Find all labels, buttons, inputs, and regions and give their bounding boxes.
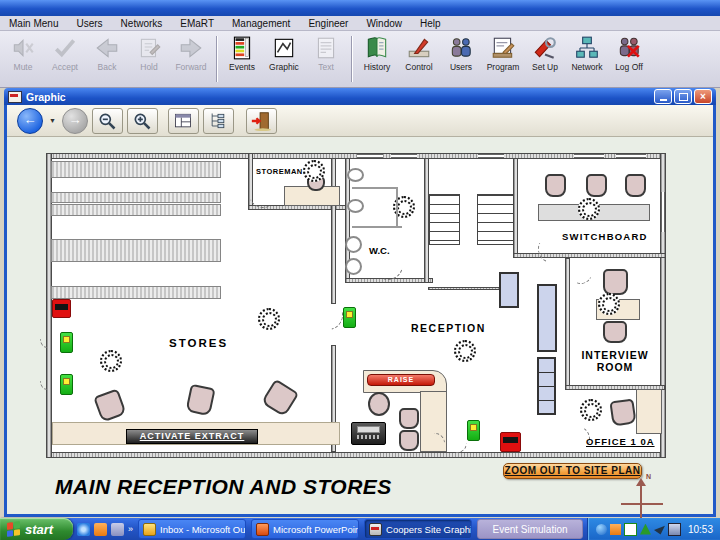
activate-extract-fans-button[interactable]: ACTIVATE EXTRACT FANS bbox=[126, 429, 258, 444]
tray-icon[interactable] bbox=[668, 523, 681, 536]
task-button-coopers[interactable]: Coopers Site Graphic... bbox=[364, 519, 472, 539]
panes-view-button[interactable] bbox=[168, 108, 199, 134]
app-title-bar: Coopers Site Graphics v1.6.200 Beta 7 bbox=[0, 0, 720, 16]
smoke-detector[interactable] bbox=[258, 308, 280, 330]
graphic-button[interactable]: Graphic bbox=[263, 35, 305, 72]
zoom-out-tool-button[interactable] bbox=[92, 108, 123, 134]
task-button-powerpoint[interactable]: Microsoft PowerPoint ... bbox=[251, 519, 359, 539]
menu-emart[interactable]: EMaRT bbox=[171, 16, 223, 31]
waiting-bench bbox=[537, 357, 556, 415]
raise-barrier-button[interactable]: RAISE BARRIER bbox=[367, 374, 435, 386]
restore-button[interactable] bbox=[674, 89, 692, 104]
door-release-device[interactable] bbox=[60, 374, 73, 395]
menu-window[interactable]: Window bbox=[357, 16, 411, 31]
history-button[interactable]: History bbox=[356, 35, 398, 72]
tray-icon[interactable] bbox=[640, 524, 651, 535]
close-button[interactable]: × bbox=[694, 89, 712, 104]
tree-view-button[interactable] bbox=[203, 108, 234, 134]
start-button[interactable]: start bbox=[0, 518, 73, 540]
text-button[interactable]: Text bbox=[305, 35, 347, 72]
smoke-detector[interactable] bbox=[454, 340, 476, 362]
menu-management[interactable]: Management bbox=[223, 16, 299, 31]
minimize-button[interactable] bbox=[654, 89, 672, 104]
toolbar-separator bbox=[351, 36, 352, 82]
control-pen-icon bbox=[406, 35, 432, 61]
network-button[interactable]: Network bbox=[566, 35, 608, 72]
tray-icon[interactable] bbox=[610, 524, 621, 535]
zoom-in-tool-button[interactable] bbox=[127, 108, 158, 134]
wc-partition bbox=[352, 187, 398, 189]
back-button[interactable]: Back bbox=[86, 35, 128, 72]
main-toolbar: Mute Accept Back Hold Forward Events Gra… bbox=[0, 31, 720, 88]
task-button-inbox[interactable]: Inbox - Microsoft Out... bbox=[138, 519, 246, 539]
smoke-detector[interactable] bbox=[580, 399, 602, 421]
events-button[interactable]: Events bbox=[221, 35, 263, 72]
users-button[interactable]: Users bbox=[440, 35, 482, 72]
nav-forward-button[interactable]: → bbox=[62, 108, 88, 134]
powerpoint-icon bbox=[256, 523, 269, 536]
door-release-device[interactable] bbox=[467, 420, 480, 441]
history-book-icon bbox=[364, 35, 390, 61]
tray-icon[interactable] bbox=[654, 524, 665, 535]
back-arrow-icon bbox=[94, 35, 120, 61]
control-button[interactable]: Control bbox=[398, 35, 440, 72]
room-label-storeman: STOREMAN bbox=[256, 167, 303, 176]
wall bbox=[513, 253, 666, 258]
alarm-call-point[interactable] bbox=[500, 432, 521, 452]
graphic-page-icon bbox=[271, 35, 297, 61]
tray-icon[interactable] bbox=[596, 524, 607, 535]
waiting-bench bbox=[499, 272, 519, 308]
smoke-detector[interactable] bbox=[303, 160, 325, 182]
accept-button[interactable]: Accept bbox=[44, 35, 86, 72]
mute-button[interactable]: Mute bbox=[2, 35, 44, 72]
quick-launch-icon[interactable] bbox=[111, 523, 124, 536]
alarm-call-point[interactable] bbox=[52, 299, 71, 318]
graphic-window-title-bar: Graphic × bbox=[4, 88, 716, 105]
menu-main-menu[interactable]: Main Menu bbox=[0, 16, 67, 31]
tree-list-icon bbox=[208, 111, 228, 131]
menu-networks[interactable]: Networks bbox=[112, 16, 172, 31]
room-label-wc: W.C. bbox=[369, 245, 390, 256]
zoom-in-magnifier-icon bbox=[132, 111, 152, 131]
chair bbox=[399, 408, 419, 429]
taskbar: start » Inbox - Microsoft Out... Microso… bbox=[0, 518, 720, 540]
storage-rack bbox=[51, 286, 221, 299]
quick-launch-icon[interactable] bbox=[94, 523, 107, 536]
smoke-detector[interactable] bbox=[598, 293, 620, 315]
internet-explorer-icon[interactable] bbox=[77, 523, 90, 536]
chair bbox=[399, 430, 419, 451]
menu-engineer[interactable]: Engineer bbox=[299, 16, 357, 31]
plan-title: MAIN RECEPTION AND STORES bbox=[55, 475, 392, 499]
quick-launch-chevron-icon[interactable]: » bbox=[128, 524, 133, 534]
window-mark bbox=[478, 154, 504, 158]
smoke-detector[interactable] bbox=[578, 198, 600, 220]
door-release-device[interactable] bbox=[60, 332, 73, 353]
room-label-stores: STORES bbox=[169, 337, 228, 349]
window-mark bbox=[661, 192, 665, 232]
exit-door-icon bbox=[250, 110, 272, 132]
menu-users[interactable]: Users bbox=[67, 16, 111, 31]
intercom-keypad[interactable] bbox=[351, 422, 386, 445]
sink bbox=[347, 168, 364, 182]
logoff-button[interactable]: Log Off bbox=[608, 35, 650, 72]
wc-partition bbox=[352, 226, 402, 228]
storage-rack bbox=[51, 161, 221, 178]
window-mark bbox=[357, 154, 383, 158]
menu-bar: Main Menu Users Networks EMaRT Managemen… bbox=[0, 16, 720, 31]
logoff-people-x-icon bbox=[616, 35, 642, 61]
text-page-icon bbox=[313, 35, 339, 61]
menu-help[interactable]: Help bbox=[411, 16, 450, 31]
forward-button[interactable]: Forward bbox=[170, 35, 212, 72]
door-release-device[interactable] bbox=[343, 307, 356, 328]
exit-graphic-button[interactable] bbox=[246, 108, 277, 134]
nav-back-button[interactable]: ← bbox=[17, 108, 43, 134]
program-button[interactable]: Program bbox=[482, 35, 524, 72]
setup-button[interactable]: Set Up bbox=[524, 35, 566, 72]
panes-icon bbox=[172, 111, 194, 131]
windows-flag-icon bbox=[7, 521, 21, 537]
tray-icon[interactable] bbox=[624, 523, 637, 536]
nav-back-dropdown-icon[interactable]: ▼ bbox=[49, 117, 56, 124]
hold-button[interactable]: Hold bbox=[128, 35, 170, 72]
task-button-event-simulation[interactable]: Event Simulation bbox=[477, 519, 583, 539]
smoke-detector[interactable] bbox=[100, 350, 122, 372]
